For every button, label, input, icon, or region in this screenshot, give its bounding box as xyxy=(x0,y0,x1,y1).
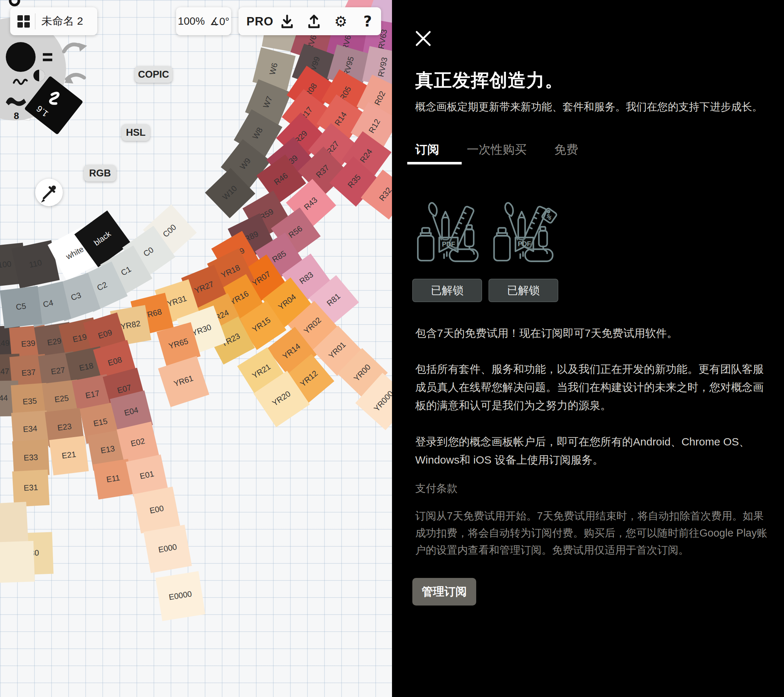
swatch-label: E34 xyxy=(23,423,37,434)
drawing-canvas[interactable]: W6W7W8W9W10RV69RV66RV63RV99RV95RV93R08R0… xyxy=(0,0,392,697)
swatch-label: E47 xyxy=(0,367,10,376)
app-root: W6W7W8W9W10RV69RV66RV63RV99RV95RV93R08R0… xyxy=(0,0,784,697)
copic-swatch-partial[interactable] xyxy=(0,502,28,544)
swatch-label: E21 xyxy=(61,450,77,461)
copic-swatch-partial[interactable] xyxy=(0,541,35,583)
gallery-grid-icon[interactable] xyxy=(17,15,30,28)
swatch-label: E39 xyxy=(21,338,36,348)
tab-subscribe[interactable]: 订阅 xyxy=(415,142,439,158)
panel-title: 真正发挥创造力。 xyxy=(415,68,563,92)
export-icon xyxy=(306,13,322,30)
copic-swatch-E21[interactable]: E21 xyxy=(49,436,89,475)
document-title-chip[interactable]: 未命名 2 xyxy=(10,7,97,35)
redo-arrowhead xyxy=(78,43,87,51)
devices-paragraph: 登录到您的概念画板帐户后，即可在您所有的Android、Chrome OS、Wi… xyxy=(415,433,773,469)
pdf-badge: PDF xyxy=(442,241,455,248)
help-icon[interactable]: ? xyxy=(354,7,381,35)
active-tab-underline xyxy=(407,162,462,165)
swatch-label: C5 xyxy=(15,301,26,311)
swatch-label: E35 xyxy=(22,396,37,406)
import-icon xyxy=(279,13,295,30)
settings-gear-icon[interactable]: ⚙ xyxy=(328,7,354,35)
swatch-label: E25 xyxy=(54,394,69,404)
copic-swatch-E000[interactable]: E000 xyxy=(143,524,192,573)
payment-terms-body: 订阅从7天免费试用开始。7天免费试用结束时，将自动扣除首次费用。如果成功扣费，将… xyxy=(415,508,769,559)
main-toolbar: PRO ⚙ ? xyxy=(239,7,381,35)
rgb-mode-chip[interactable]: RGB xyxy=(84,165,116,181)
swatch-label: E33 xyxy=(24,453,38,463)
tab-one-time-purchase[interactable]: 一次性购买 xyxy=(467,142,527,158)
import-button[interactable] xyxy=(274,7,301,35)
zoom-level: 100% xyxy=(178,15,205,27)
panel-subtitle: 概念画板定期更新带来新功能、套件和服务。我们在您的支持下进步成长。 xyxy=(415,99,764,115)
swatch-label: 100 xyxy=(0,259,12,270)
smoothing-value: 8 xyxy=(14,110,19,121)
copic-swatch-E00[interactable]: E00 xyxy=(133,487,180,534)
swatch-label: E31 xyxy=(24,483,38,493)
tab-free[interactable]: 免费 xyxy=(554,142,578,158)
color-puck[interactable] xyxy=(6,42,36,72)
plan-tabs: 订阅 一次性购买 免费 xyxy=(415,142,578,158)
support-paragraph: 包括所有套件、服务和功能，以及我们正在开发的新功能。更有团队客服成员真人在线帮您… xyxy=(415,360,773,415)
art-supplies-illustration: PDF xyxy=(412,196,481,268)
eyedropper-icon xyxy=(35,179,63,206)
subscription-panel: 真正发挥创造力。 概念画板定期更新带来新功能、套件和服务。我们在您的支持下进步成… xyxy=(392,0,784,697)
unlocked-button[interactable]: 已解锁 xyxy=(489,279,558,302)
pack-card-discount: PDF % 已解锁 xyxy=(489,196,558,302)
trial-text: 包含7天的免费试用！现在订阅即可7天免费试用软件。 xyxy=(415,326,771,341)
payment-terms-title: 支付条款 xyxy=(415,481,457,496)
swatch-label: E49 xyxy=(0,338,10,348)
close-button[interactable] xyxy=(414,29,433,48)
swatch-label: E44 xyxy=(0,393,8,403)
pack-card: PDF 已解锁 xyxy=(412,196,481,302)
hanger-ring-icon xyxy=(10,0,19,5)
eyedropper-button[interactable] xyxy=(35,179,63,206)
contrast-icon xyxy=(33,70,45,81)
zoom-rotation-chip[interactable]: 100% ∡0° xyxy=(176,7,231,35)
copic-swatch-C5[interactable]: C5 xyxy=(0,286,43,328)
copic-swatch-E0000[interactable]: E0000 xyxy=(155,571,205,621)
swatch-label: E23 xyxy=(57,422,72,433)
redo-arrow-icon[interactable] xyxy=(64,44,80,51)
hsl-mode-chip[interactable]: HSL xyxy=(122,124,150,141)
art-supplies-discount-illustration: PDF % xyxy=(489,196,558,268)
pro-button[interactable]: PRO xyxy=(247,15,274,28)
swatch-label: E37 xyxy=(21,367,36,377)
manage-subscription-button[interactable]: 管理订阅 xyxy=(412,578,476,606)
rotation-angle: ∡0° xyxy=(210,15,229,28)
copic-swatch-E31[interactable]: E31 xyxy=(12,470,50,507)
document-title: 未命名 2 xyxy=(41,14,83,29)
unlocked-button[interactable]: 已解锁 xyxy=(412,279,482,302)
export-button[interactable] xyxy=(301,7,328,35)
copic-mode-chip[interactable]: COPIC xyxy=(135,66,172,83)
divider xyxy=(35,13,36,30)
pdf-badge: PDF xyxy=(518,240,531,247)
